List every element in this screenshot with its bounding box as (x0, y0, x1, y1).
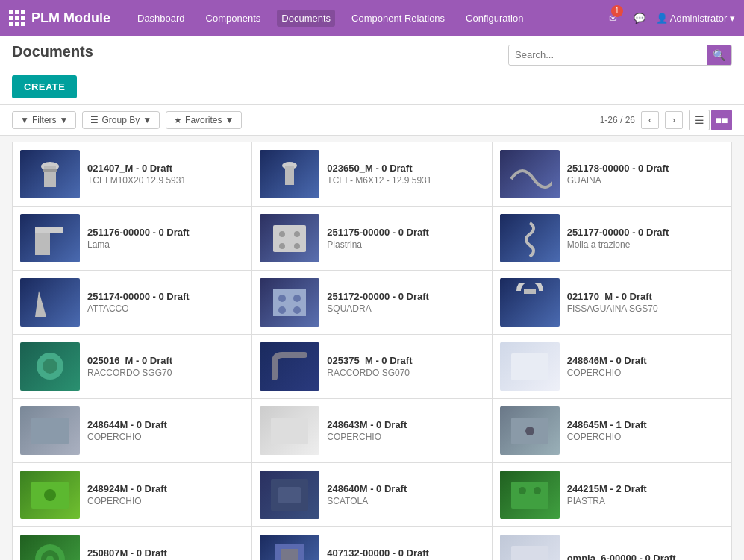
list-item[interactable]: 251172-00000 - 0 Draft SQUADRA (252, 271, 491, 334)
card-info: 248646M - 0 Draft COPERCHIO (567, 355, 724, 378)
card-name: 251175-00000 - 0 Draft (327, 227, 484, 238)
groupby-button[interactable]: ☰ Group By ▼ (82, 111, 160, 129)
card-name: 251178-00000 - 0 Draft (567, 163, 724, 174)
top-navigation: PLM Module Dashboard Components Document… (0, 0, 744, 36)
top-right-actions: ✉1 💬 👤 Administrator ▾ (609, 13, 735, 24)
card-info: 025375_M - 0 Draft RACCORDO SG070 (327, 355, 484, 378)
card-sub: TCEI - M6X12 - 12.9 5931 (327, 175, 484, 186)
svg-point-16 (278, 306, 286, 314)
svg-point-9 (294, 231, 300, 237)
card-info: 251176-00000 - 0 Draft Lama (87, 227, 244, 250)
list-item[interactable]: omnia_6-00000 - 0 Draft (493, 527, 731, 560)
card-name: 248646M - 0 Draft (567, 355, 724, 366)
svg-rect-6 (35, 227, 63, 233)
list-item[interactable]: 025016_M - 0 Draft RACCORDO SGG70 (13, 335, 251, 398)
nav-configuration[interactable]: Configuration (461, 10, 528, 27)
svg-rect-38 (511, 546, 548, 561)
card-sub: SCATOLA (327, 496, 484, 506)
card-name: 251174-00000 - 0 Draft (87, 291, 244, 302)
card-name: 244215M - 2 Draft (567, 483, 724, 494)
list-item[interactable]: 248640M - 0 Draft SCATOLA (252, 463, 491, 526)
app-name: PLM Module (31, 10, 110, 26)
card-name: 248643M - 0 Draft (327, 419, 484, 430)
chat-icon[interactable]: 💬 (634, 13, 645, 24)
page-title: Documents (12, 43, 93, 66)
grid-view-button[interactable]: ■■ (711, 110, 732, 130)
list-item[interactable]: 025375_M - 0 Draft RACCORDO SG070 (252, 335, 491, 398)
main-menu: Dashboard Components Documents Component… (133, 10, 594, 27)
card-sub: COPERCHIO (567, 432, 724, 442)
list-item[interactable]: 251176-00000 - 0 Draft Lama (13, 207, 251, 270)
scroll-area: 021407_M - 0 Draft TCEI M10X20 12.9 5931… (12, 142, 732, 560)
card-info: omnia_6-00000 - 0 Draft (567, 553, 724, 560)
card-sub: RACCORDO SG070 (327, 368, 484, 378)
card-sub: TCEI M10X20 12.9 5931 (87, 175, 244, 186)
card-info: 251174-00000 - 0 Draft ATTACCO (87, 291, 244, 314)
card-sub: Lama (87, 239, 244, 250)
card-sub: Molla a trazione (567, 239, 724, 250)
search-button[interactable]: 🔍 (707, 45, 731, 65)
list-item[interactable]: 407132-00000 - 0 Draft GR.ALIMENTAZ. ROB… (252, 527, 491, 560)
list-item[interactable]: 251177-00000 - 0 Draft Molla a trazione (493, 207, 731, 270)
card-name: 248645M - 1 Draft (567, 419, 724, 430)
grid-icon[interactable] (9, 10, 25, 26)
content-area: 021407_M - 0 Draft TCEI M10X20 12.9 5931… (0, 136, 744, 560)
card-sub: ATTACCO (87, 303, 244, 314)
card-name: 250807M - 0 Draft (87, 547, 244, 559)
card-name: 023650_M - 0 Draft (327, 163, 484, 174)
svg-rect-13 (273, 289, 306, 316)
list-item[interactable]: 021407_M - 0 Draft TCEI M10X20 12.9 5931 (13, 142, 251, 206)
next-page-button[interactable]: › (665, 111, 683, 129)
card-sub: SQUADRA (327, 303, 484, 314)
filter-controls: ▼ Filters ▼ ☰ Group By ▼ ★ Favorites ▼ (12, 111, 242, 129)
list-item[interactable]: 023650_M - 0 Draft TCEI - M6X12 - 12.9 5… (252, 142, 491, 206)
card-info: 025016_M - 0 Draft RACCORDO SGG70 (87, 355, 244, 378)
nav-documents[interactable]: Documents (277, 10, 335, 27)
svg-rect-7 (273, 225, 306, 252)
list-item[interactable]: 251178-00000 - 0 Draft GUAINA (493, 142, 731, 206)
view-toggle: ☰ ■■ (689, 110, 732, 130)
document-grid: 021407_M - 0 Draft TCEI M10X20 12.9 5931… (12, 142, 732, 560)
card-sub: COPERCHIO (327, 432, 484, 442)
card-info: 248645M - 1 Draft COPERCHIO (567, 419, 724, 442)
list-item[interactable]: 248645M - 1 Draft COPERCHIO (493, 399, 731, 462)
list-view-button[interactable]: ☰ (689, 110, 710, 130)
card-sub: Piastrina (327, 239, 484, 250)
card-sub: GUAINA (567, 175, 724, 186)
nav-components[interactable]: Components (201, 10, 266, 27)
card-info: 251177-00000 - 0 Draft Molla a trazione (567, 227, 724, 250)
page-toolbar: CREATE (12, 69, 732, 104)
card-name: 021170_M - 0 Draft (567, 291, 724, 302)
list-item[interactable]: 021170_M - 0 Draft FISSAGUAINA SGS70 (493, 271, 731, 334)
prev-page-button[interactable]: ‹ (641, 111, 659, 129)
list-item[interactable]: 250807M - 0 Draft FLANGIA (13, 527, 251, 560)
search-input[interactable] (509, 45, 707, 64)
favorites-button[interactable]: ★ Favorites ▼ (166, 111, 242, 129)
nav-component-relations[interactable]: Component Relations (347, 10, 449, 27)
list-item[interactable]: 251174-00000 - 0 Draft ATTACCO (13, 271, 251, 334)
list-item[interactable]: 248644M - 0 Draft COPERCHIO (13, 399, 251, 462)
svg-point-14 (278, 295, 286, 302)
filters-button[interactable]: ▼ Filters ▼ (12, 111, 76, 129)
svg-point-8 (279, 231, 285, 237)
search-box: 🔍 (508, 45, 732, 66)
svg-point-32 (534, 487, 541, 494)
list-item[interactable]: 244215M - 2 Draft PIASTRA (493, 463, 731, 526)
user-menu[interactable]: 👤 Administrator ▾ (656, 13, 735, 24)
card-name: 251172-00000 - 0 Draft (327, 291, 484, 302)
filter-bar: ▼ Filters ▼ ☰ Group By ▼ ★ Favorites ▼ 1… (0, 105, 744, 136)
list-item[interactable]: 248924M - 0 Draft COPERCHIO (13, 463, 251, 526)
svg-rect-29 (278, 487, 301, 503)
card-info: 251178-00000 - 0 Draft GUAINA (567, 163, 724, 186)
card-name: 025375_M - 0 Draft (327, 355, 484, 366)
pagination-info: 1-26 / 26 (600, 115, 635, 125)
list-item[interactable]: 251175-00000 - 0 Draft Piastrina (252, 207, 491, 270)
list-item[interactable]: 248646M - 0 Draft COPERCHIO (493, 335, 731, 398)
list-item[interactable]: 248643M - 0 Draft COPERCHIO (252, 399, 491, 462)
card-info: 021407_M - 0 Draft TCEI M10X20 12.9 5931 (87, 163, 244, 186)
svg-rect-22 (31, 418, 69, 444)
create-button[interactable]: CREATE (12, 75, 77, 98)
notification-icon[interactable]: ✉1 (609, 13, 623, 24)
nav-dashboard[interactable]: Dashboard (133, 10, 190, 27)
card-info: 248640M - 0 Draft SCATOLA (327, 483, 484, 506)
